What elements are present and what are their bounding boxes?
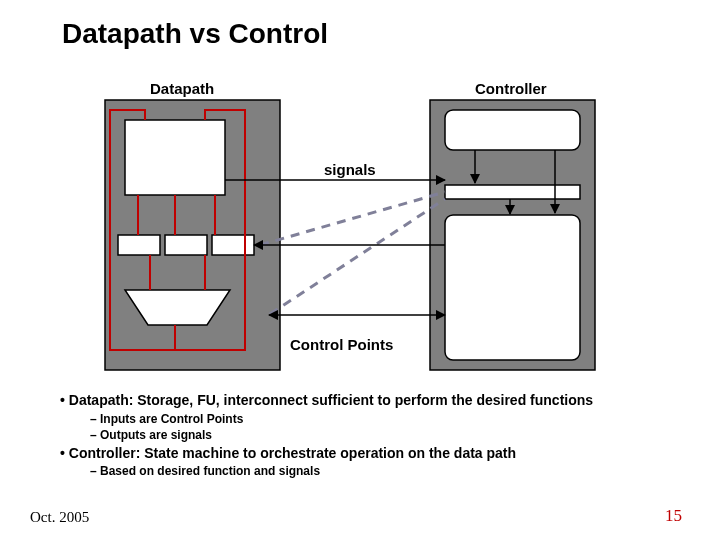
label-datapath: Datapath bbox=[150, 80, 214, 97]
bullet-4: Based on desired function and signals bbox=[90, 464, 670, 479]
label-controller: Controller bbox=[475, 80, 547, 97]
bullet-1: Inputs are Control Points bbox=[90, 412, 670, 427]
bullet-list: Datapath: Storage, FU, interconnect suff… bbox=[60, 390, 670, 480]
footer-date: Oct. 2005 bbox=[30, 509, 89, 526]
datapath-reg-1 bbox=[165, 235, 207, 255]
bullet-0: Datapath: Storage, FU, interconnect suff… bbox=[60, 392, 670, 410]
footer-page: 15 bbox=[665, 506, 682, 526]
controller-big-block bbox=[445, 215, 580, 360]
datapath-reg-0 bbox=[118, 235, 160, 255]
dashed-line-0 bbox=[260, 192, 445, 245]
datapath-top-block bbox=[125, 120, 225, 195]
bullet-2: Outputs are signals bbox=[90, 428, 670, 443]
label-signals: signals bbox=[324, 161, 376, 178]
controller-small-block bbox=[445, 110, 580, 150]
bullet-3: Controller: State machine to orchestrate… bbox=[60, 445, 670, 463]
controller-bar bbox=[445, 185, 580, 199]
label-control-points: Control Points bbox=[290, 336, 393, 353]
datapath-reg-2 bbox=[212, 235, 254, 255]
